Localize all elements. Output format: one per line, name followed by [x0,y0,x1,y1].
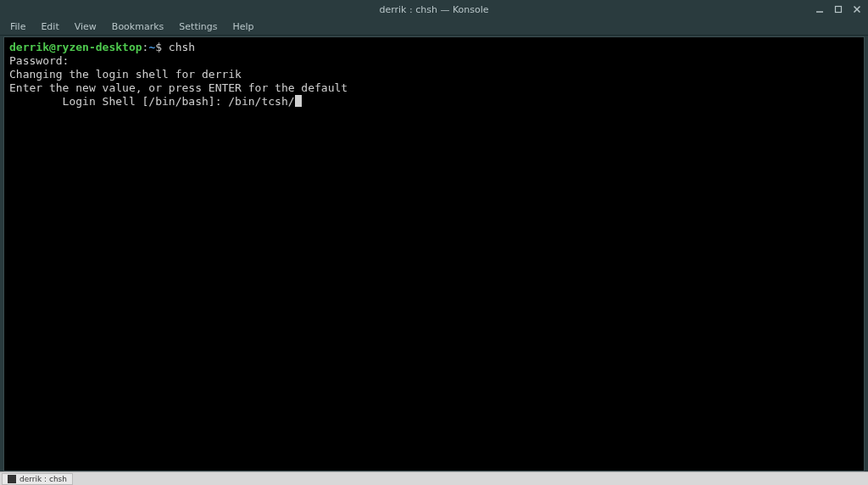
prompt-end: $ [155,41,162,53]
window-controls [814,0,863,19]
close-icon [853,5,861,14]
prompt-user-host: derrik@ryzen-desktop [9,41,142,53]
menu-bookmarks[interactable]: Bookmarks [105,20,170,34]
menu-file[interactable]: File [3,20,32,34]
minimize-icon [815,5,824,14]
maximize-button[interactable] [832,3,844,15]
menubar: File Edit View Bookmarks Settings Help [0,19,868,36]
menu-help[interactable]: Help [225,20,260,34]
terminal-line-login-prompt: Login Shell [/bin/bash]: [9,95,228,108]
taskbar: derrik : chsh [0,471,868,485]
terminal-line-password: Password: [9,54,69,67]
window-title: derrik : chsh — Konsole [379,4,488,15]
menu-settings[interactable]: Settings [172,20,224,34]
taskbar-item-konsole[interactable]: derrik : chsh [2,473,73,485]
terminal-icon [8,475,16,483]
terminal-command: chsh [162,41,195,53]
terminal-line-login-value: /bin/tcsh/ [228,95,294,108]
terminal-line-enter: Enter the new value, or press ENTER for … [9,81,348,94]
terminal[interactable]: derrik@ryzen-desktop:~$ chsh Password: C… [3,36,865,471]
maximize-icon [834,5,843,14]
terminal-cursor [295,95,302,107]
minimize-button[interactable] [814,3,826,15]
konsole-window: derrik : chsh — Konsole File Edit View B… [0,0,868,475]
menu-edit[interactable]: Edit [34,20,65,34]
taskbar-item-label: derrik : chsh [19,475,67,483]
terminal-line-changing: Changing the login shell for derrik [9,68,242,81]
close-button[interactable] [851,3,863,15]
titlebar[interactable]: derrik : chsh — Konsole [0,0,868,19]
svg-rect-1 [836,7,842,13]
menu-view[interactable]: View [68,20,103,34]
